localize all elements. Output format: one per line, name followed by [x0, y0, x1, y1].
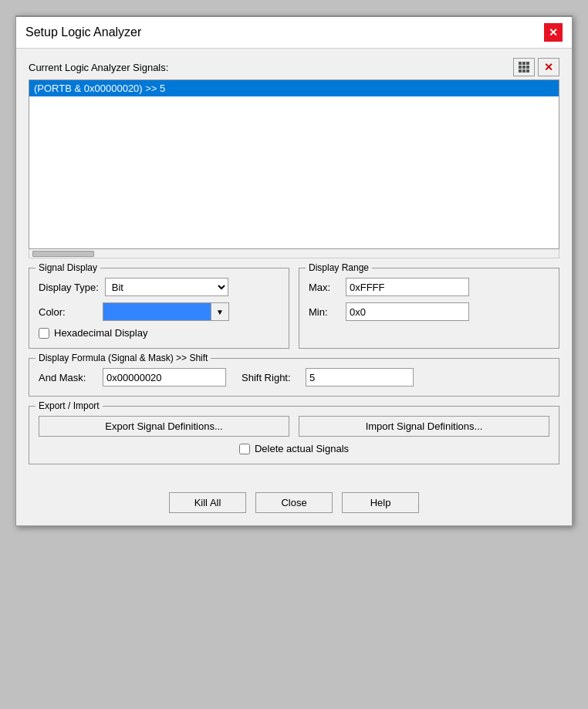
display-range-title: Display Range: [306, 262, 372, 273]
signals-list[interactable]: (PORTB & 0x00000020) >> 5: [29, 79, 559, 249]
min-row: Min:: [309, 302, 549, 321]
signal-display-content: Display Type: Bit Analog Decimal Hex Col…: [39, 278, 279, 339]
setup-logic-analyzer-dialog: Setup Logic Analyzer ✕ Current Logic Ana…: [15, 15, 573, 526]
dialog-content: Current Logic Analyzer Signals: ✕: [16, 49, 572, 486]
hexadecimal-checkbox[interactable]: [39, 328, 49, 339]
and-mask-label: And Mask:: [39, 372, 96, 383]
close-button[interactable]: ✕: [544, 23, 563, 42]
display-range-content: Max: Min:: [309, 278, 549, 321]
color-row: Color: ▼: [39, 302, 279, 321]
dialog-title: Setup Logic Analyzer: [25, 25, 141, 39]
export-import-section: Export / Import Export Signal Definition…: [29, 406, 559, 464]
middle-sections-row: Signal Display Display Type: Bit Analog …: [29, 268, 559, 349]
add-grid-icon: [519, 62, 529, 73]
max-row: Max:: [309, 278, 549, 296]
formula-section: Display Formula (Signal & Mask) >> Shift…: [29, 358, 559, 397]
kill-all-button[interactable]: Kill All: [169, 492, 246, 513]
hexadecimal-label: Hexadecimal Display: [54, 327, 147, 339]
color-swatch[interactable]: [103, 302, 211, 321]
max-label: Max:: [309, 282, 340, 293]
title-bar: Setup Logic Analyzer ✕: [16, 17, 572, 49]
export-buttons-row: Export Signal Definitions... Import Sign…: [39, 416, 549, 437]
import-button[interactable]: Import Signal Definitions...: [299, 416, 549, 437]
signal-display-title: Signal Display: [35, 262, 100, 273]
shift-right-input[interactable]: [306, 368, 414, 387]
horizontal-scrollbar[interactable]: [29, 249, 559, 258]
color-picker: ▼: [103, 302, 229, 321]
and-mask-input[interactable]: [103, 368, 226, 387]
formula-title: Display Formula (Signal & Mask) >> Shift: [35, 353, 211, 363]
bottom-buttons: Kill All Close Help: [16, 486, 572, 525]
color-dropdown-button[interactable]: ▼: [211, 302, 229, 321]
shift-right-field: Shift Right:: [242, 368, 414, 387]
color-label: Color:: [39, 306, 96, 318]
signal-item[interactable]: (PORTB & 0x00000020) >> 5: [29, 80, 559, 96]
delete-signals-label: Delete actual Signals: [255, 443, 349, 454]
display-type-label: Display Type:: [39, 282, 99, 293]
remove-red-icon: ✕: [544, 61, 553, 73]
signals-header: Current Logic Analyzer Signals: ✕: [29, 58, 559, 76]
add-signal-button[interactable]: [513, 58, 535, 76]
delete-signals-checkbox[interactable]: [239, 444, 250, 454]
formula-content: And Mask: Shift Right:: [39, 368, 549, 387]
help-button[interactable]: Help: [342, 492, 419, 513]
signals-list-wrapper: (PORTB & 0x00000020) >> 5: [29, 79, 559, 249]
formula-row: And Mask: Shift Right:: [39, 368, 549, 387]
hexadecimal-row: Hexadecimal Display: [39, 327, 279, 339]
max-input[interactable]: [346, 278, 469, 296]
remove-signal-button[interactable]: ✕: [538, 58, 559, 76]
min-input[interactable]: [346, 302, 469, 321]
shift-right-label: Shift Right:: [242, 372, 299, 383]
min-label: Min:: [309, 306, 340, 318]
export-button[interactable]: Export Signal Definitions...: [39, 416, 289, 437]
display-type-select[interactable]: Bit Analog Decimal Hex: [105, 278, 228, 296]
delete-row: Delete actual Signals: [39, 443, 549, 454]
and-mask-field: And Mask:: [39, 368, 226, 387]
display-type-row: Display Type: Bit Analog Decimal Hex: [39, 278, 279, 296]
scrollbar-thumb[interactable]: [32, 251, 94, 257]
signal-display-group: Signal Display Display Type: Bit Analog …: [29, 268, 289, 349]
close-dialog-button[interactable]: Close: [255, 492, 333, 513]
display-range-group: Display Range Max: Min:: [299, 268, 559, 349]
export-import-title: Export / Import: [35, 400, 103, 411]
signals-label: Current Logic Analyzer Signals:: [29, 62, 168, 73]
signals-toolbar: ✕: [513, 58, 559, 76]
signals-section: Current Logic Analyzer Signals: ✕: [29, 58, 559, 258]
export-import-content: Export Signal Definitions... Import Sign…: [39, 416, 549, 454]
